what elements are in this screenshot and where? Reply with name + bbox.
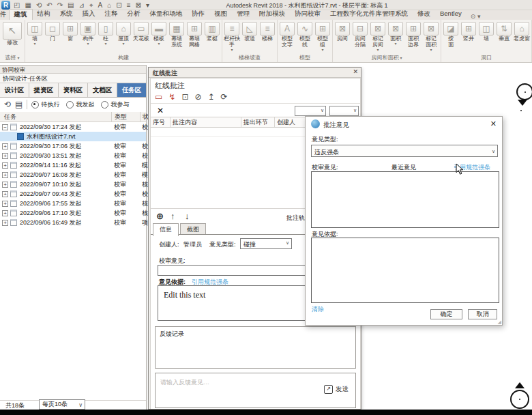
ribbon-button[interactable]: ⊞ 模型 组 ▾ <box>314 20 331 51</box>
close-icon[interactable]: ✕ <box>490 119 497 128</box>
task-row[interactable]: − 2022/09/30 17:24 发起 校审 校 <box>0 122 146 132</box>
rect-annotation-icon[interactable]: ▭ <box>155 92 162 102</box>
help-circle-icon[interactable]: ⊙ <box>471 13 476 20</box>
expander-icon[interactable]: + <box>2 220 8 226</box>
task-row[interactable]: 水利图纸设计7.rvt <box>0 132 146 141</box>
info-center[interactable]: ⊙ ▾ <box>471 12 481 20</box>
ribbon-tab[interactable]: Bentley <box>435 9 467 20</box>
ribbon-button[interactable]: ⊞ 竖井 <box>460 20 477 45</box>
column-content[interactable]: 批注内容 <box>171 117 241 127</box>
expander-icon[interactable]: + <box>2 162 8 169</box>
log-icon[interactable]: ▤ <box>15 100 23 109</box>
ribbon-button[interactable]: ⊞ 幕墙 网格 <box>186 20 203 51</box>
cloud-annotation-icon[interactable]: ↯ <box>168 92 175 102</box>
opinion-type-select[interactable]: 碰撞 ∨ <box>240 238 292 249</box>
ribbon-button[interactable]: ◪ 按 面 <box>442 20 460 51</box>
ribbon-group-label[interactable]: 模型 <box>278 53 331 62</box>
task-row[interactable]: + 2022/09/14 11:16 发起 校审 模 <box>0 160 146 170</box>
column-type[interactable]: 类型 <box>111 112 127 121</box>
expander-icon[interactable]: − <box>2 124 8 130</box>
cancel-button[interactable]: 取消 <box>468 309 497 319</box>
refresh-icon[interactable]: ⟳ <box>221 92 228 102</box>
tab-file[interactable]: 件 <box>0 10 9 20</box>
ribbon-tab[interactable]: 系统 <box>55 9 78 20</box>
ribbon-group-label[interactable]: 楼梯坡道 <box>223 53 276 62</box>
ribbon-button[interactable]: ⌂ 屋顶 ▾ <box>115 20 132 45</box>
ribbon-button[interactable]: ▬ 楼板 ▾ <box>150 20 168 45</box>
expander-icon[interactable]: + <box>2 191 8 197</box>
ribbon-group-label[interactable]: 构建 <box>26 53 221 62</box>
ribbon-tab[interactable]: 修改 <box>413 9 435 20</box>
ribbon-tab[interactable]: 管理 <box>232 9 254 20</box>
expander-icon[interactable]: + <box>2 153 8 159</box>
annotation-filter-select[interactable]: ∨ <box>295 106 326 116</box>
annotation-filter-select[interactable]: ∨ <box>329 106 359 116</box>
ribbon-tab[interactable]: 结构 <box>33 9 55 20</box>
task-row[interactable]: + 2022/09/07 16:08 发起 校审 模 <box>0 170 146 180</box>
ribbon-button[interactable]: ⊞ 窗 <box>61 20 79 45</box>
expander-icon[interactable]: + <box>2 182 8 188</box>
ribbon-button[interactable]: ▯ 柱 ▾ <box>97 20 115 45</box>
task-panel-tab[interactable]: 提资区 <box>29 83 59 97</box>
marquee-select-icon[interactable]: ⊡ <box>181 92 188 102</box>
ribbon-button[interactable]: ≡ 楼梯 <box>258 20 276 45</box>
ribbon-group-label[interactable]: 房间和面积 ▾ <box>334 53 440 62</box>
ribbon-button[interactable]: ⊠ 标记 面积 ▾ <box>422 20 440 51</box>
hide-annotation-icon[interactable]: ⊘ <box>194 92 201 102</box>
ribbon-tab[interactable]: 分析 <box>123 9 145 20</box>
ribbon-button[interactable]: ◫ 墙 <box>477 20 495 45</box>
close-icon[interactable]: ✕ <box>353 68 358 75</box>
task-row[interactable]: + 2022/09/07 10:10 发起 校审 核 <box>0 180 146 189</box>
ribbon-tab[interactable]: 插入 <box>78 9 100 20</box>
task-panel-tab[interactable]: 文档区 <box>88 83 117 97</box>
column-task[interactable]: 任务 <box>4 112 16 121</box>
expander-icon[interactable]: + <box>2 201 8 207</box>
clear-link[interactable]: 清除 <box>312 305 324 314</box>
ribbon-button[interactable]: ◺ 坡道 <box>241 20 258 45</box>
refresh-icon[interactable]: ⟲ <box>4 100 11 109</box>
ribbon-button[interactable]: ⊟ 房间 分隔 <box>351 20 369 51</box>
task-row[interactable]: + 2022/09/06 16:49 发起 校审 项 <box>0 218 146 227</box>
ribbon-tab[interactable]: 协同校审 <box>290 9 325 20</box>
task-row[interactable]: + 2022/09/30 13:51 发起 校审 校 <box>0 151 146 160</box>
ribbon-tab[interactable]: 协作 <box>187 9 209 20</box>
move-down-icon[interactable]: ↓ <box>185 211 190 221</box>
locate-icon[interactable]: ⊕ <box>156 211 164 221</box>
column-stage[interactable]: 提出环节 <box>241 117 275 127</box>
task-row[interactable]: + 2022/09/06 17:55 发起 校审 核 <box>0 199 146 208</box>
ribbon-group-label[interactable]: 洞口 <box>442 53 531 62</box>
filter-radio[interactable]: 待执行 <box>31 100 59 109</box>
ribbon-button[interactable]: ↖ 修改 <box>1 20 24 49</box>
ribbon-button[interactable]: ⊠ 标记 房间 ▾ <box>369 20 387 51</box>
ribbon-button[interactable]: ≡ 栏杆扶手 ▾ <box>223 20 241 51</box>
basis-textarea[interactable] <box>311 238 499 303</box>
clear-selection-icon[interactable]: ✕ <box>157 106 164 115</box>
ribbon-button[interactable]: ⇅ 垂直 <box>495 20 513 45</box>
chevron-down-icon[interactable]: ▾ <box>477 13 481 20</box>
column-creator[interactable]: 创建人 <box>275 117 308 127</box>
page-size-select[interactable]: 每页10条 ∨ <box>39 399 85 410</box>
pan-down-arrow-icon[interactable] <box>518 100 527 106</box>
ribbon-button[interactable]: ∿ 模型 线 <box>296 20 314 51</box>
move-up-icon[interactable]: ↑ <box>171 211 175 221</box>
redline-tab[interactable]: 信息 <box>153 223 179 236</box>
ribbon-tab[interactable]: 附加模块 <box>254 9 290 20</box>
task-row[interactable]: + 2022/09/07 09:43 发起 校审 校 <box>0 189 146 199</box>
ribbon-button[interactable]: ◻ 门 <box>44 20 61 45</box>
task-panel-tab[interactable]: 任务区 <box>117 83 146 97</box>
ribbon-button[interactable]: ▥ 竖梃 <box>203 20 221 45</box>
filter-radio[interactable]: 我发起 <box>66 100 94 109</box>
ribbon-tab[interactable]: 视图 <box>209 9 232 20</box>
ribbon-button[interactable]: ◫ 墙 ▾ <box>26 20 44 45</box>
task-panel-tab[interactable]: 资料区 <box>59 83 88 97</box>
export-icon[interactable]: ↥ <box>208 92 215 102</box>
pan-up-arrow-icon[interactable] <box>515 382 524 388</box>
opinion-type-select[interactable]: 违反强条 ∨ <box>311 145 498 157</box>
ribbon-button[interactable]: ⊞ 面积 边界 <box>404 20 422 51</box>
ribbon-button[interactable]: A 模型 文字 <box>278 20 296 51</box>
review-opinion-textarea[interactable] <box>311 171 499 228</box>
column-index[interactable]: 序号 <box>151 117 171 127</box>
ribbon-button[interactable]: ▦ 幕墙 系统 <box>168 20 186 51</box>
expander-icon[interactable]: + <box>2 172 8 178</box>
ribbon-group-label[interactable]: 选择 ▾ <box>1 53 24 62</box>
